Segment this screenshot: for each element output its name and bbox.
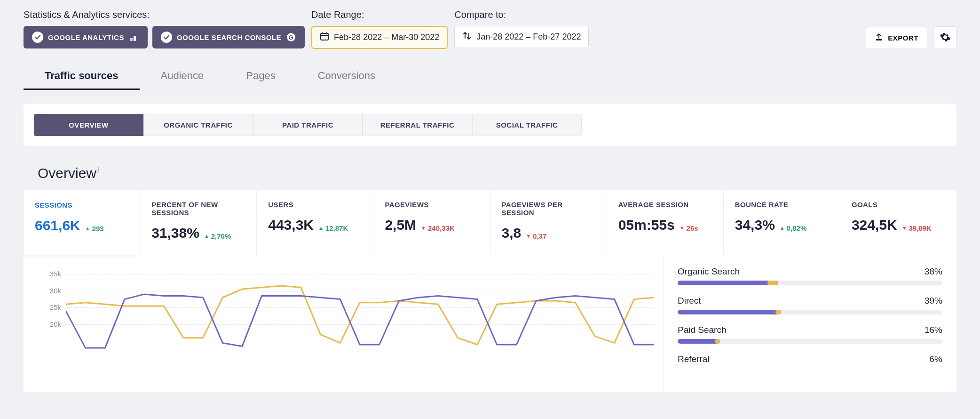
- metric-label: GOALS: [852, 201, 945, 209]
- metric-label: AVERAGE SESSION: [618, 201, 712, 209]
- source-bar-compare: [775, 310, 781, 314]
- service-google-analytics[interactable]: GOOGLE ANALYTICS: [24, 26, 148, 48]
- metric-pageviews-per-session[interactable]: PAGEVIEWS PER SESSION3,8▼0,37: [490, 190, 607, 255]
- subtab-organic-traffic[interactable]: ORGANIC TRAFFIC: [143, 114, 253, 136]
- main-tabs: Traffic sourcesAudiencePagesConversions: [24, 63, 956, 90]
- section-title-text: Overview: [38, 165, 96, 181]
- source-name: Organic Search: [678, 266, 740, 277]
- metric-label: SESSIONS: [35, 201, 128, 209]
- subtab-referral-traffic[interactable]: REFERRAL TRAFFIC: [363, 114, 472, 136]
- metric-label: PAGEVIEWS: [385, 201, 478, 209]
- y-tick-label: 20k: [40, 320, 61, 328]
- tab-pages[interactable]: Pages: [225, 63, 296, 90]
- source-paid-search: Paid Search16%: [678, 325, 942, 344]
- date-range-label: Date Range:: [311, 9, 448, 20]
- source-pct: 39%: [925, 296, 942, 306]
- chart-row: 35k30k25k20k Organic Search38%Direct39%P…: [24, 255, 956, 392]
- source-bar-track: [678, 310, 942, 314]
- arrow-down-icon: ▼: [902, 225, 907, 231]
- arrow-up-icon: ▲: [318, 225, 324, 231]
- tab-audience[interactable]: Audience: [140, 63, 225, 90]
- metric-pageviews[interactable]: PAGEVIEWS2,5M▼240,33K: [373, 190, 490, 255]
- analytics-icon: [129, 32, 139, 42]
- chart-column: 35k30k25k20k: [24, 255, 663, 392]
- metric-value: 3,8▼0,37: [502, 225, 595, 241]
- svg-text:G: G: [289, 34, 294, 41]
- metric-delta: ▼39,89K: [902, 224, 932, 232]
- source-name: Paid Search: [678, 325, 727, 335]
- y-tick-label: 30k: [40, 287, 61, 295]
- y-tick-label: 35k: [40, 270, 61, 278]
- metric-average-session[interactable]: AVERAGE SESSION05m:55s▼26s: [607, 190, 724, 255]
- info-icon[interactable]: i: [97, 166, 99, 174]
- metric-users[interactable]: USERS443,3K▲12,87K: [257, 190, 373, 255]
- arrow-down-icon: ▼: [680, 225, 685, 231]
- google-g-icon: G: [286, 32, 296, 42]
- metric-value: 661,6K▲293: [35, 218, 128, 234]
- source-pct: 6%: [930, 354, 942, 364]
- metric-value: 2,5M▼240,33K: [385, 217, 478, 233]
- metric-delta: ▲2,76%: [204, 232, 231, 240]
- upload-icon: [875, 33, 883, 43]
- svg-rect-1: [134, 36, 136, 41]
- section-title: Overviewi: [24, 157, 956, 190]
- metric-goals[interactable]: GOALS324,5K▼39,89K: [840, 190, 956, 255]
- service-google-search-console[interactable]: GOOGLE SEARCH CONSOLE G: [152, 26, 305, 48]
- metric-delta: ▲293: [85, 225, 104, 233]
- source-bar-track: [678, 281, 942, 285]
- metric-label: PAGEVIEWS PER SESSION: [502, 201, 595, 217]
- date-range-text: Feb-28 2022 – Mar-30 2022: [334, 32, 439, 42]
- metric-label: USERS: [268, 201, 362, 209]
- metric-delta: ▼240,33K: [421, 224, 455, 232]
- services-label: Statistics & Analytics services:: [24, 9, 305, 20]
- service-label: GOOGLE ANALYTICS: [48, 33, 124, 41]
- source-direct: Direct39%: [678, 296, 942, 314]
- source-bar-compare: [715, 339, 720, 344]
- gear-icon: [940, 32, 951, 44]
- source-bar-primary: [678, 310, 781, 314]
- source-bar-primary: [678, 281, 778, 285]
- svg-rect-5: [321, 33, 328, 40]
- tab-conversions[interactable]: Conversions: [297, 63, 396, 90]
- compare-text: Jan-28 2022 – Feb-27 2022: [476, 32, 581, 42]
- arrow-up-icon: ▲: [780, 225, 785, 231]
- source-bar-compare: [767, 281, 778, 285]
- metric-percent-of-new-sessions[interactable]: PERCENT OF NEW SESSIONS31,38%▲2,76%: [140, 190, 257, 255]
- date-range-picker[interactable]: Feb-28 2022 – Mar-30 2022: [311, 26, 448, 49]
- source-referral: Referral6%: [678, 354, 942, 364]
- subtab-panel: OVERVIEWORGANIC TRAFFICPAID TRAFFICREFER…: [24, 104, 956, 146]
- subtab-paid-traffic[interactable]: PAID TRAFFIC: [253, 114, 363, 136]
- source-pct: 38%: [925, 266, 942, 277]
- arrow-down-icon: ▼: [421, 225, 426, 231]
- metrics-row: SESSIONS661,6K▲293PERCENT OF NEW SESSION…: [24, 190, 956, 255]
- export-button[interactable]: EXPORT: [866, 27, 927, 49]
- compare-label: Compare to:: [454, 9, 589, 20]
- source-organic-search: Organic Search38%: [678, 266, 942, 285]
- y-tick-label: 25k: [40, 303, 61, 311]
- service-buttons: GOOGLE ANALYTICS GOOGLE SEARCH CONSOLE G: [24, 26, 305, 48]
- arrow-up-icon: ▲: [85, 226, 90, 231]
- subtab-overview[interactable]: OVERVIEW: [34, 114, 143, 136]
- sessions-chart: 35k30k25k20k: [38, 269, 654, 392]
- compare-picker[interactable]: Jan-28 2022 – Feb-27 2022: [454, 26, 589, 48]
- calendar-icon: [320, 32, 329, 43]
- top-bar: Statistics & Analytics services: GOOGLE …: [24, 9, 956, 49]
- arrow-up-icon: ▲: [204, 233, 209, 239]
- tab-traffic-sources[interactable]: Traffic sources: [24, 63, 140, 90]
- dashboard-page: Statistics & Analytics services: GOOGLE …: [0, 0, 980, 401]
- compare-group: Compare to: Jan-28 2022 – Feb-27 2022: [454, 9, 589, 48]
- swap-icon: [462, 31, 472, 43]
- metric-label: PERCENT OF NEW SESSIONS: [151, 201, 245, 217]
- check-icon: [32, 32, 43, 43]
- metric-bounce-rate[interactable]: BOUNCE RATE34,3%▲0,82%: [724, 190, 840, 255]
- subtab-social-traffic[interactable]: SOCIAL TRAFFIC: [472, 114, 582, 136]
- source-name: Direct: [678, 296, 701, 306]
- sources-column: Organic Search38%Direct39%Paid Search16%…: [663, 255, 956, 392]
- export-label: EXPORT: [888, 34, 918, 42]
- metric-value: 443,3K▲12,87K: [268, 217, 362, 233]
- svg-rect-9: [876, 39, 882, 40]
- metric-value: 05m:55s▼26s: [618, 217, 712, 233]
- metric-sessions[interactable]: SESSIONS661,6K▲293: [24, 190, 140, 255]
- settings-button[interactable]: [934, 26, 956, 49]
- overview-section: Overviewi SESSIONS661,6K▲293PERCENT OF N…: [24, 157, 956, 392]
